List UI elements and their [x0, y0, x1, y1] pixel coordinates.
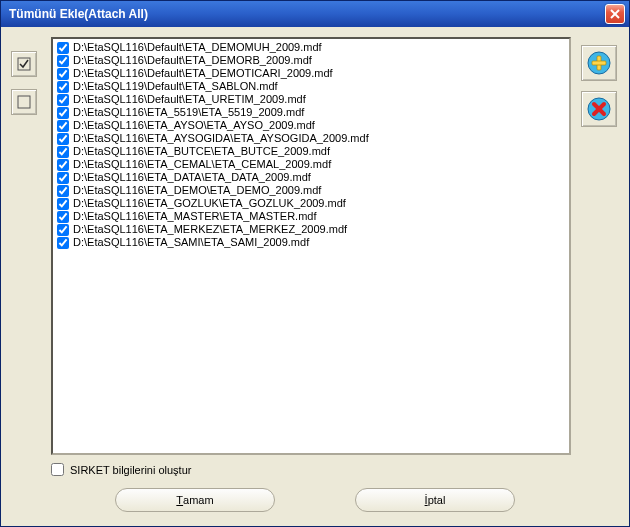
x-icon: [586, 96, 612, 122]
deselect-all-button[interactable]: [11, 89, 37, 115]
file-list[interactable]: D:\EtaSQL116\Default\ETA_DEMOMUH_2009.md…: [51, 37, 571, 455]
file-path-label: D:\EtaSQL116\ETA_MERKEZ\ETA_MERKEZ_2009.…: [73, 223, 347, 236]
svg-rect-3: [18, 96, 30, 108]
file-checkbox[interactable]: [57, 185, 69, 197]
file-checkbox[interactable]: [57, 107, 69, 119]
list-item[interactable]: D:\EtaSQL116\ETA_AYSOGIDA\ETA_AYSOGIDA_2…: [55, 132, 567, 145]
ok-button[interactable]: Tamam: [115, 488, 275, 512]
file-path-label: D:\EtaSQL116\Default\ETA_DEMOMUH_2009.md…: [73, 41, 322, 54]
file-path-label: D:\EtaSQL116\ETA_5519\ETA_5519_2009.mdf: [73, 106, 304, 119]
content-area: D:\EtaSQL116\Default\ETA_DEMOMUH_2009.md…: [1, 27, 629, 526]
remove-button[interactable]: [581, 91, 617, 127]
file-path-label: D:\EtaSQL116\ETA_DEMO\ETA_DEMO_2009.mdf: [73, 184, 321, 197]
list-item[interactable]: D:\EtaSQL116\Default\ETA_DEMORB_2009.mdf: [55, 54, 567, 67]
file-checkbox[interactable]: [57, 237, 69, 249]
file-path-label: D:\EtaSQL119\Default\ETA_SABLON.mdf: [73, 80, 278, 93]
file-checkbox[interactable]: [57, 81, 69, 93]
create-sirket-checkbox[interactable]: [51, 463, 64, 476]
file-checkbox[interactable]: [57, 55, 69, 67]
list-item[interactable]: D:\EtaSQL116\ETA_DEMO\ETA_DEMO_2009.mdf: [55, 184, 567, 197]
cancel-button[interactable]: İptal: [355, 488, 515, 512]
list-item[interactable]: D:\EtaSQL116\ETA_AYSO\ETA_AYSO_2009.mdf: [55, 119, 567, 132]
dialog-button-row: Tamam İptal: [51, 488, 579, 512]
bottom-area: SIRKET bilgilerini oluştur Tamam İptal: [11, 455, 619, 516]
file-checkbox[interactable]: [57, 172, 69, 184]
file-path-label: D:\EtaSQL116\Default\ETA_DEMOTICARI_2009…: [73, 67, 333, 80]
plus-icon: [586, 50, 612, 76]
list-item[interactable]: D:\EtaSQL119\Default\ETA_SABLON.mdf: [55, 80, 567, 93]
list-item[interactable]: D:\EtaSQL116\Default\ETA_DEMOTICARI_2009…: [55, 67, 567, 80]
left-tool-column: [11, 37, 43, 455]
ok-button-accel: T: [176, 494, 183, 506]
svg-rect-2: [18, 58, 30, 70]
svg-rect-6: [592, 61, 606, 65]
list-item[interactable]: D:\EtaSQL116\ETA_5519\ETA_5519_2009.mdf: [55, 106, 567, 119]
file-path-label: D:\EtaSQL116\ETA_MASTER\ETA_MASTER.mdf: [73, 210, 317, 223]
list-item[interactable]: D:\EtaSQL116\ETA_CEMAL\ETA_CEMAL_2009.md…: [55, 158, 567, 171]
list-item[interactable]: D:\EtaSQL116\ETA_BUTCE\ETA_BUTCE_2009.md…: [55, 145, 567, 158]
right-tool-column: [579, 37, 619, 455]
file-path-label: D:\EtaSQL116\ETA_CEMAL\ETA_CEMAL_2009.md…: [73, 158, 331, 171]
file-checkbox[interactable]: [57, 133, 69, 145]
file-checkbox[interactable]: [57, 146, 69, 158]
cancel-button-rest: ptal: [428, 494, 446, 506]
create-sirket-label: SIRKET bilgilerini oluştur: [70, 464, 191, 476]
file-checkbox[interactable]: [57, 159, 69, 171]
main-row: D:\EtaSQL116\Default\ETA_DEMOMUH_2009.md…: [11, 37, 619, 455]
file-path-label: D:\EtaSQL116\ETA_GOZLUK\ETA_GOZLUK_2009.…: [73, 197, 346, 210]
file-checkbox[interactable]: [57, 198, 69, 210]
file-path-label: D:\EtaSQL116\Default\ETA_DEMORB_2009.mdf: [73, 54, 312, 67]
file-path-label: D:\EtaSQL116\ETA_DATA\ETA_DATA_2009.mdf: [73, 171, 311, 184]
list-item[interactable]: D:\EtaSQL116\ETA_MASTER\ETA_MASTER.mdf: [55, 210, 567, 223]
select-all-button[interactable]: [11, 51, 37, 77]
close-icon: [610, 9, 620, 19]
list-item[interactable]: D:\EtaSQL116\ETA_SAMI\ETA_SAMI_2009.mdf: [55, 236, 567, 249]
file-checkbox[interactable]: [57, 120, 69, 132]
file-path-label: D:\EtaSQL116\ETA_BUTCE\ETA_BUTCE_2009.md…: [73, 145, 330, 158]
file-checkbox[interactable]: [57, 224, 69, 236]
window-title: Tümünü Ekle(Attach All): [9, 7, 605, 21]
file-path-label: D:\EtaSQL116\ETA_AYSOGIDA\ETA_AYSOGIDA_2…: [73, 132, 369, 145]
list-item[interactable]: D:\EtaSQL116\Default\ETA_URETIM_2009.mdf: [55, 93, 567, 106]
list-item[interactable]: D:\EtaSQL116\ETA_DATA\ETA_DATA_2009.mdf: [55, 171, 567, 184]
file-checkbox[interactable]: [57, 68, 69, 80]
close-button[interactable]: [605, 4, 625, 24]
add-button[interactable]: [581, 45, 617, 81]
file-path-label: D:\EtaSQL116\Default\ETA_URETIM_2009.mdf: [73, 93, 306, 106]
titlebar: Tümünü Ekle(Attach All): [1, 1, 629, 27]
list-item[interactable]: D:\EtaSQL116\ETA_MERKEZ\ETA_MERKEZ_2009.…: [55, 223, 567, 236]
deselect-all-icon: [17, 95, 31, 109]
select-all-icon: [17, 57, 31, 71]
file-path-label: D:\EtaSQL116\ETA_SAMI\ETA_SAMI_2009.mdf: [73, 236, 309, 249]
list-item[interactable]: D:\EtaSQL116\Default\ETA_DEMOMUH_2009.md…: [55, 41, 567, 54]
list-item[interactable]: D:\EtaSQL116\ETA_GOZLUK\ETA_GOZLUK_2009.…: [55, 197, 567, 210]
file-path-label: D:\EtaSQL116\ETA_AYSO\ETA_AYSO_2009.mdf: [73, 119, 315, 132]
file-checkbox[interactable]: [57, 94, 69, 106]
main-window: Tümünü Ekle(Attach All): [0, 0, 630, 527]
create-sirket-checkbox-row[interactable]: SIRKET bilgilerini oluştur: [51, 463, 579, 476]
ok-button-rest: amam: [183, 494, 214, 506]
file-checkbox[interactable]: [57, 42, 69, 54]
file-checkbox[interactable]: [57, 211, 69, 223]
